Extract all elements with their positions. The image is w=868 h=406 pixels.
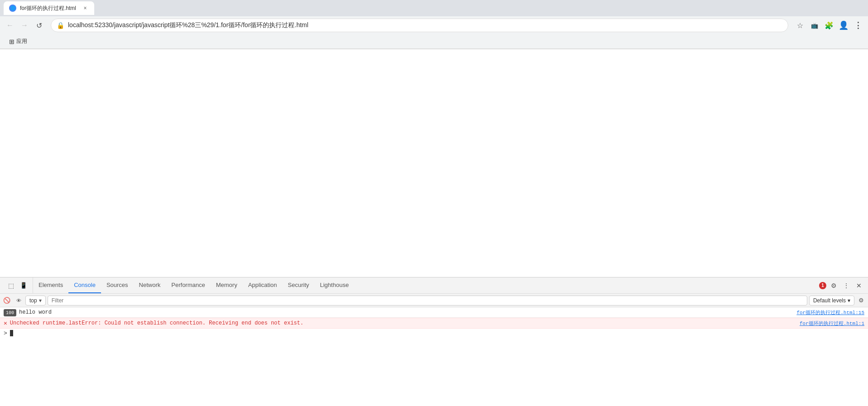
levels-dropdown[interactable]: Default levels ▾ <box>809 296 854 306</box>
levels-chevron-icon: ▾ <box>848 297 850 304</box>
bookmark-apps-label: 应用 <box>16 38 27 45</box>
tab-elements[interactable]: Elements <box>33 277 68 293</box>
nav-right-icons: ☆ 📺 🧩 👤 ⋮ <box>794 19 864 32</box>
console-live-button[interactable]: 👁 <box>14 296 24 306</box>
menu-button[interactable]: ⋮ <box>852 19 864 32</box>
error-count: 1 <box>819 282 826 289</box>
tab-sources[interactable]: Sources <box>101 277 134 293</box>
error-circle-icon: ✕ <box>4 320 7 327</box>
console-log-entry: 100 hello word for循环的执行过程.html:15 <box>0 307 868 318</box>
bookmarks-bar: ⊞ 应用 <box>0 34 868 49</box>
error-text: Unchecked runtime.lastError: Could not e… <box>10 319 800 327</box>
console-input-line: > <box>0 329 868 338</box>
reload-icon: ↺ <box>36 21 42 30</box>
console-settings-button[interactable]: ⚙ <box>856 296 866 306</box>
devtools-settings-button[interactable]: ⚙ <box>828 280 839 291</box>
tab-security[interactable]: Security <box>282 277 314 293</box>
cast-icon: 📺 <box>811 22 818 29</box>
bookmark-star-button[interactable]: ☆ <box>794 19 806 32</box>
address-bar-container[interactable]: 🔒 <box>51 19 788 32</box>
bookmark-apps[interactable]: ⊞ 应用 <box>5 37 31 46</box>
tab-lighthouse[interactable]: Lighthouse <box>314 277 354 293</box>
address-input[interactable] <box>68 22 782 29</box>
navigation-bar: ← → ↺ 🔒 ☆ 📺 🧩 👤 ⋮ <box>0 16 868 34</box>
console-output: 100 hello word for循环的执行过程.html:15 ✕ Unch… <box>0 307 868 406</box>
log-text: hello word <box>19 308 796 316</box>
profile-button[interactable]: 👤 <box>837 19 850 32</box>
context-dropdown[interactable]: top ▾ <box>25 296 46 306</box>
forward-button[interactable]: → <box>18 19 31 32</box>
back-icon: ← <box>6 21 14 29</box>
forward-icon: → <box>21 21 28 29</box>
page-content-area <box>0 49 868 277</box>
devtools-panel-icons: ⬚ 📱 <box>2 277 33 293</box>
tab-network[interactable]: Network <box>134 277 166 293</box>
profile-icon: 👤 <box>839 20 849 30</box>
console-gear-icon: ⚙ <box>858 297 864 304</box>
inspect-element-button[interactable]: ⬚ <box>5 280 16 291</box>
browser-chrome: 🌐 for循环的执行过程.html × ← → ↺ 🔒 ☆ 📺 <box>0 0 868 49</box>
clear-icon: 🚫 <box>3 297 10 304</box>
console-toolbar: 🚫 👁 top ▾ Default levels ▾ ⚙ <box>0 294 868 307</box>
tab-bar: 🌐 for循环的执行过程.html × <box>0 0 868 16</box>
levels-label: Default levels <box>813 297 846 304</box>
security-icon: 🔒 <box>57 22 64 29</box>
tab-console[interactable]: Console <box>68 277 101 293</box>
tab-performance[interactable]: Performance <box>166 277 210 293</box>
eye-icon: 👁 <box>16 298 21 303</box>
more-icon: ⋮ <box>843 282 849 289</box>
menu-icon: ⋮ <box>854 20 862 30</box>
console-error-entry: ✕ Unchecked runtime.lastError: Could not… <box>0 318 868 329</box>
console-filter-input[interactable] <box>48 296 807 306</box>
tab-application[interactable]: Application <box>243 277 283 293</box>
console-cursor <box>10 330 13 336</box>
reload-button[interactable]: ↺ <box>33 19 45 32</box>
device-icon: 📱 <box>20 282 27 289</box>
clear-console-button[interactable]: 🚫 <box>2 296 12 306</box>
extension-button[interactable]: 🧩 <box>823 19 835 32</box>
back-button[interactable]: ← <box>4 19 16 32</box>
devtools-close-button[interactable]: ✕ <box>854 280 864 291</box>
settings-icon: ⚙ <box>831 282 837 289</box>
devtools-panel: ⬚ 📱 Elements Console Sources Network Per… <box>0 277 868 406</box>
tab-title: for循环的执行过程.html <box>20 5 78 12</box>
error-source-link[interactable]: for循环的执行过程.html:1 <box>800 319 864 327</box>
star-icon: ☆ <box>797 21 803 30</box>
devtools-more-button[interactable]: ⋮ <box>841 280 852 291</box>
console-prompt: > <box>4 330 7 337</box>
close-icon: ✕ <box>856 282 862 289</box>
devtools-right-actions: 1 ⚙ ⋮ ✕ <box>817 280 866 291</box>
devtools-topbar: ⬚ 📱 Elements Console Sources Network Per… <box>0 277 868 294</box>
cast-button[interactable]: 📺 <box>808 19 821 32</box>
error-badge[interactable]: 1 <box>819 282 826 289</box>
log-count-badge: 100 <box>4 309 16 316</box>
inspect-icon: ⬚ <box>8 282 14 289</box>
tab-close-button[interactable]: × <box>82 5 89 12</box>
devtools-tabs: Elements Console Sources Network Perform… <box>33 277 817 293</box>
tab-memory[interactable]: Memory <box>211 277 243 293</box>
context-dropdown-cursor: ▾ <box>39 297 42 304</box>
extension-icon: 🧩 <box>825 21 834 30</box>
log-source-link[interactable]: for循环的执行过程.html:15 <box>796 308 864 316</box>
apps-grid-icon: ⊞ <box>9 38 14 45</box>
tab-favicon: 🌐 <box>9 5 16 12</box>
active-tab[interactable]: 🌐 for循环的执行过程.html × <box>4 1 94 15</box>
context-label: top <box>29 297 37 304</box>
device-toggle-button[interactable]: 📱 <box>18 280 29 291</box>
